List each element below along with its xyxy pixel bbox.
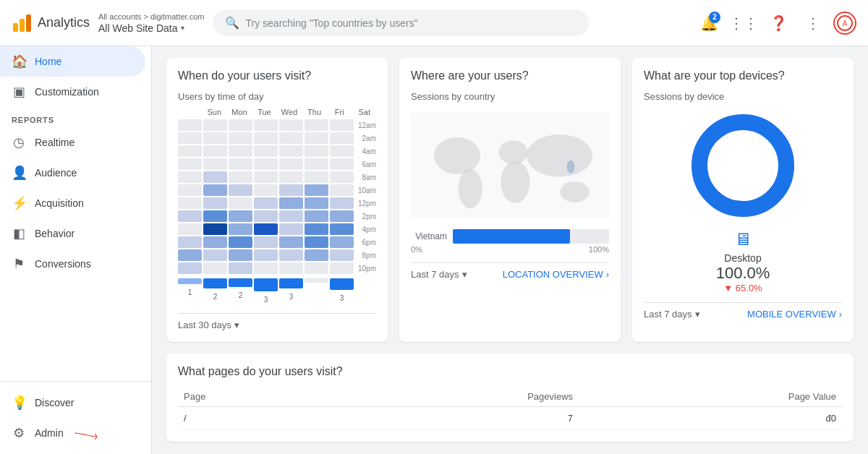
where-time-selector[interactable]: Last 7 days ▾ (411, 269, 467, 280)
header-actions: 🔔 2 ⋮⋮ ❓ ⋮ A (694, 9, 856, 38)
chevron-right-icon: › (839, 309, 842, 320)
sidebar-item-home[interactable]: 🏠 Home (0, 46, 145, 77)
heatmap-row-8pm: 8pm (178, 249, 376, 261)
arrow-indicator-icon (75, 426, 104, 440)
page-pageviews: 7 (326, 407, 579, 430)
chevron-down-icon: ▾ (695, 309, 700, 320)
device-info: 🖥 Desktop 100.0% ▼ 65.0% (716, 229, 770, 294)
chevron-right-icon: › (606, 269, 609, 280)
lightbulb-icon: 💡 (12, 395, 26, 411)
time-label-4am: 4am (356, 147, 376, 155)
sidebar-discover-label: Discover (35, 397, 74, 408)
time-label-2pm: 2pm (356, 213, 376, 220)
sidebar-admin-label: Admin (35, 427, 64, 439)
time-label-8pm: 8pm (356, 252, 376, 260)
more-options-button[interactable]: ⋮ (799, 9, 827, 38)
breadcrumb-bottom[interactable]: All Web Site Data ▾ (98, 22, 204, 34)
apps-button[interactable]: ⋮⋮ (729, 9, 758, 38)
behavior-icon: ◧ (12, 226, 26, 241)
breadcrumb: All accounts > digitmatter.com All Web S… (98, 12, 204, 34)
avatar-icon: A (837, 15, 853, 31)
sidebar-item-realtime[interactable]: ◷ Realtime (0, 127, 145, 158)
device-change: ▼ 65.0% (716, 283, 770, 294)
svg-point-10 (527, 134, 592, 176)
help-button[interactable]: ❓ (764, 9, 793, 38)
chevron-down-icon: ▾ (462, 269, 467, 280)
heatmap-row-2pm: 2pm (178, 210, 376, 222)
heatmap-row-10am: 10am (178, 184, 376, 196)
sessions-country-subtitle: Sessions by country (411, 91, 609, 102)
header: Analytics All accounts > digitmatter.com… (0, 0, 868, 46)
col-value: Page Value (579, 387, 842, 407)
page-value: đ0 (579, 407, 842, 430)
bar-label-end: 100% (589, 245, 609, 254)
table-row: / 7 đ0 (178, 407, 842, 430)
donut-chart: 🖥 Desktop 100.0% ▼ 65.0% (644, 108, 842, 294)
heatmap-row-10pm: 10pm (178, 262, 376, 274)
devices-card-footer: Last 7 days ▾ MOBILE OVERVIEW › (644, 302, 842, 320)
search-bar[interactable]: 🔍 Try searching "Top countries by users" (213, 9, 589, 36)
time-label-2am: 2am (356, 134, 376, 142)
heatmap-total-bars: 1 2 2 3 (178, 278, 376, 304)
monitor-icon: 🖥 (716, 229, 770, 249)
col-page: Page (178, 387, 326, 407)
world-map (411, 108, 609, 223)
where-card: Where are your users? Sessions by countr… (399, 58, 621, 342)
sidebar-behavior-label: Behavior (35, 228, 75, 239)
svg-point-6 (434, 137, 480, 174)
sidebar-bottom: 💡 Discover ⚙ Admin (0, 381, 151, 454)
where-card-title: Where are your users? (411, 69, 609, 82)
day-tue: Tue (252, 108, 276, 116)
logo-text: Analytics (38, 15, 90, 30)
svg-point-12 (560, 181, 589, 202)
heatmap-row-2am: 2am (178, 132, 376, 144)
devices-card: What are your top devices? Sessions by d… (632, 58, 854, 342)
sidebar-item-behavior[interactable]: ◧ Behavior (0, 218, 145, 249)
sidebar-item-conversions[interactable]: ⚑ Conversions (0, 249, 145, 279)
breadcrumb-top: All accounts > digitmatter.com (98, 12, 204, 21)
user-avatar[interactable]: A (833, 12, 856, 35)
svg-text:A: A (843, 20, 848, 27)
time-label-12pm: 12pm (356, 200, 376, 207)
notification-badge: 2 (709, 12, 720, 23)
heatmap-card-footer: Last 30 days ▾ (178, 313, 376, 330)
svg-point-14 (699, 122, 786, 209)
notifications-button[interactable]: 🔔 2 (694, 9, 723, 38)
sidebar-item-customization[interactable]: ▣ Customization (0, 77, 145, 107)
sidebar-conversions-label: Conversions (35, 258, 91, 270)
heatmap-card: When do your users visit? Users by time … (166, 58, 388, 342)
heatmap-row-4pm: 4pm (178, 223, 376, 235)
pages-card-title: What pages do your users visit? (178, 365, 842, 378)
sessions-device-subtitle: Sessions by device (644, 91, 842, 102)
heatmap-time-selector[interactable]: Last 30 days ▾ (178, 320, 239, 330)
main-layout: 🏠 Home ▣ Customization REPORTS ◷ Realtim… (0, 46, 868, 454)
sidebar-item-audience[interactable]: 👤 Audience (0, 158, 145, 188)
reports-section-header: REPORTS (0, 107, 151, 127)
content-area: When do your users visit? Users by time … (152, 46, 868, 454)
time-label-6am: 6am (356, 160, 376, 168)
sidebar-nav: 🏠 Home ▣ Customization REPORTS ◷ Realtim… (0, 46, 151, 381)
day-mon: Mon (228, 108, 252, 116)
country-name: Vietnam (411, 231, 447, 241)
sidebar-item-admin[interactable]: ⚙ Admin (0, 418, 145, 448)
search-placeholder: Try searching "Top countries by users" (245, 17, 417, 29)
sidebar-realtime-label: Realtime (35, 137, 75, 148)
chevron-down-icon: ▾ (234, 320, 239, 330)
sidebar: 🏠 Home ▣ Customization REPORTS ◷ Realtim… (0, 46, 152, 454)
kebab-icon: ⋮ (806, 14, 820, 32)
device-time-selector[interactable]: Last 7 days ▾ (644, 309, 700, 320)
mobile-overview-link[interactable]: MOBILE OVERVIEW › (747, 309, 842, 320)
sidebar-item-discover[interactable]: 💡 Discover (0, 387, 145, 418)
customization-icon: ▣ (12, 84, 26, 100)
location-overview-link[interactable]: LOCATION OVERVIEW › (503, 269, 609, 280)
day-sat: Sat (352, 108, 376, 116)
person-icon: 👤 (12, 165, 26, 181)
heatmap-row-8am: 8am (178, 171, 376, 183)
flag-icon: ⚑ (12, 256, 26, 272)
time-label-4pm: 4pm (356, 226, 376, 234)
heatmap-row-12pm: 12pm (178, 197, 376, 209)
page-path: / (178, 407, 326, 430)
sidebar-item-acquisition[interactable]: ⚡ Acquisition (0, 188, 145, 218)
help-icon: ❓ (770, 14, 788, 32)
pages-table: Page Pageviews Page Value / 7 đ0 (178, 387, 842, 430)
